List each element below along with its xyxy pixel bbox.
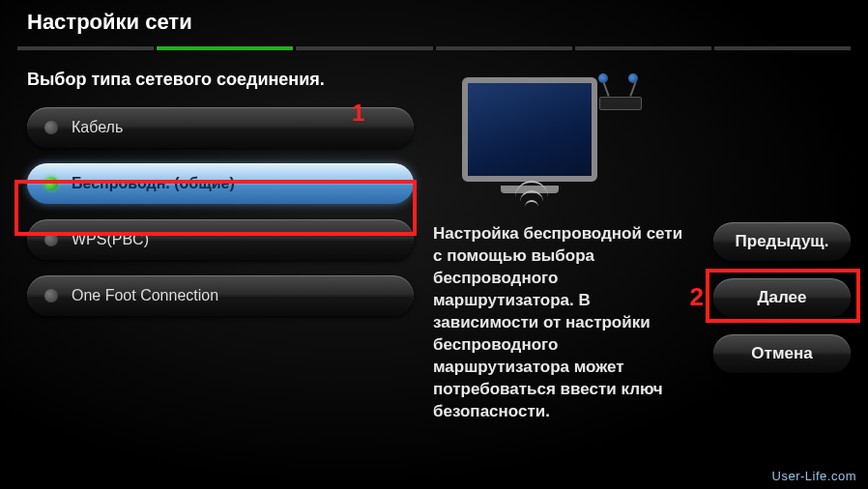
- page-title: Настройки сети: [27, 10, 849, 35]
- option-one-foot-connection[interactable]: One Foot Connection: [27, 275, 414, 316]
- progress-segment: [17, 46, 154, 50]
- network-illustration: [452, 70, 655, 210]
- previous-button[interactable]: Предыдущ.: [713, 222, 851, 261]
- next-button[interactable]: Далее: [713, 278, 851, 317]
- radio-icon: [44, 177, 58, 190]
- progress-segment-active: [155, 46, 293, 50]
- option-label: Беспроводн. (общие): [72, 175, 396, 192]
- progress-segment: [712, 46, 851, 50]
- option-label: One Foot Connection: [72, 287, 396, 304]
- progress-segment: [294, 46, 432, 50]
- header: Настройки сети: [0, 0, 868, 39]
- progress-segment: [573, 46, 711, 50]
- option-label: WPS(PBC): [72, 231, 396, 248]
- button-label: Далее: [757, 288, 806, 307]
- option-description: Настройка беспроводной сети с помощью вы…: [433, 223, 684, 422]
- wifi-icon: [512, 190, 551, 216]
- annotation-marker-2: 2: [690, 282, 704, 312]
- progress-segment: [434, 46, 572, 50]
- action-buttons: Предыдущ. Далее Отмена: [713, 222, 851, 373]
- section-subtitle: Выбор типа сетевого соединения.: [27, 70, 414, 90]
- annotation-marker-1: 1: [352, 100, 364, 127]
- router-icon: [590, 72, 648, 110]
- radio-icon: [44, 289, 58, 302]
- watermark: User-Life.com: [772, 469, 856, 483]
- radio-icon: [44, 233, 58, 246]
- option-wps-pbc[interactable]: WPS(PBC): [27, 219, 414, 260]
- wizard-progress-bar: [17, 46, 851, 50]
- connection-type-options: 1 Кабель Беспроводн. (общие) WPS(PBC) On…: [27, 107, 414, 316]
- option-label: Кабель: [72, 119, 396, 136]
- option-wireless-general[interactable]: Беспроводн. (общие): [27, 163, 414, 204]
- tv-icon: [462, 77, 597, 182]
- button-label: Отмена: [751, 344, 812, 363]
- radio-icon: [44, 121, 58, 134]
- button-label: Предыдущ.: [736, 232, 829, 251]
- cancel-button[interactable]: Отмена: [713, 334, 851, 373]
